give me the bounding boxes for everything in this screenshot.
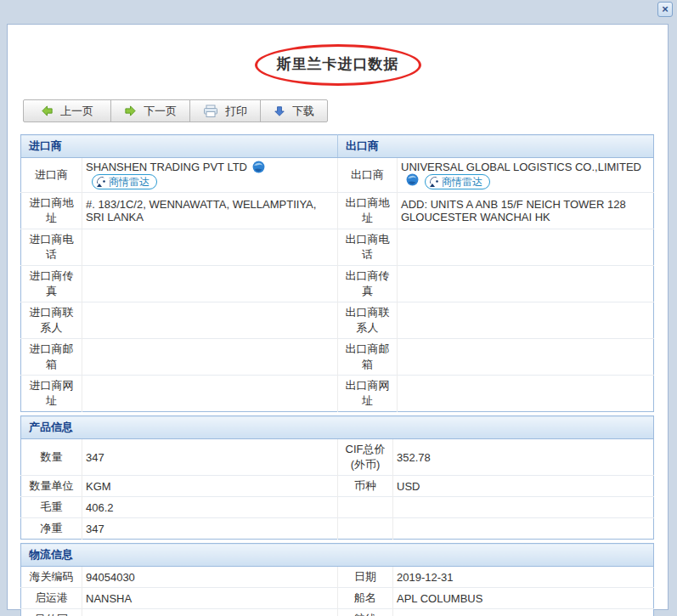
printer-icon (203, 105, 218, 118)
field-value: USD (393, 476, 654, 497)
radar-dish-icon (96, 177, 106, 187)
table-row: 进口商传真出口商传真 (21, 266, 654, 302)
field-label: 出口商传真 (338, 266, 398, 302)
field-label: 进口商 (21, 158, 82, 193)
table-row: 数量347CIF总价(外币)352.78 (21, 439, 654, 476)
globe-icon[interactable] (252, 161, 265, 173)
field-label: 数量 (21, 439, 82, 476)
field-label: 币种 (338, 476, 393, 497)
field-value: SHANSHEN TRADING PVT LTD商情雷达 (82, 158, 338, 193)
field-value (398, 229, 654, 266)
download-button[interactable]: 下载 (260, 99, 328, 122)
field-value: 406.2 (82, 497, 338, 518)
field-value (398, 339, 654, 376)
field-value (82, 376, 338, 412)
field-label: 进口商联系人 (21, 302, 82, 339)
field-label: 进口商邮箱 (21, 339, 82, 376)
field-label: 启运港 (21, 588, 82, 609)
prev-page-label: 上一页 (60, 104, 93, 119)
field-value: 352.78 (393, 439, 654, 476)
green-right-arrow-icon (124, 105, 137, 117)
next-page-label: 下一页 (144, 104, 177, 119)
field-value: 2019-12-31 (393, 567, 654, 588)
next-page-button[interactable]: 下一页 (110, 99, 190, 122)
field-value: 0IS41W1MA (393, 609, 654, 616)
field-label: 目的国 (21, 609, 82, 616)
radar-badge-label: 商情雷达 (442, 175, 482, 189)
field-label: 出口商邮箱 (338, 339, 398, 376)
dialog-titlebar: × (0, 0, 677, 24)
table-row: 进口商电话出口商电话 (21, 229, 654, 266)
field-value (82, 266, 338, 302)
field-label: 船名 (338, 588, 393, 609)
section-header: 出口商 (338, 135, 654, 158)
field-label: 进口商传真 (21, 266, 82, 302)
field-label: 航线 (338, 609, 393, 616)
field-label: 进口商网址 (21, 376, 82, 412)
field-value (398, 266, 654, 302)
toolbar: 上一页 下一页 打印 下载 (23, 99, 328, 122)
table-row: 进口商网址出口商网址 (21, 376, 654, 412)
table-row: 进口商联系人出口商联系人 (21, 302, 654, 339)
field-value: NANSHA (82, 588, 338, 609)
field-label: 海关编码 (21, 567, 82, 588)
field-value: UNIVERSAL GLOBAL LOGISTICS CO.,LIMITED商情… (398, 158, 654, 193)
field-value: #. 183/1C/2, WENNAWATTA, WELLAMPTIIYA, S… (82, 193, 338, 229)
section-product: 产品信息数量347CIF总价(外币)352.78数量单位KGM币种USD毛重40… (20, 415, 654, 540)
field-value: APL COLUMBUS (393, 588, 654, 609)
radar-badge-label: 商情雷达 (109, 175, 150, 189)
field-label: 进口商电话 (21, 229, 82, 266)
globe-icon[interactable] (406, 173, 419, 186)
print-button[interactable]: 打印 (189, 99, 261, 122)
field-value (393, 518, 654, 540)
section-header: 物流信息 (21, 544, 654, 567)
shangqing-radar-badge[interactable]: 商情雷达 (425, 174, 490, 189)
field-label: 出口商 (338, 158, 398, 193)
field-value: KGM (82, 476, 338, 497)
field-label: 净重 (21, 518, 82, 540)
shangqing-radar-badge[interactable]: 商情雷达 (92, 174, 157, 189)
table-row: 进口商邮箱出口商邮箱 (21, 339, 654, 376)
field-value (393, 497, 654, 518)
field-value: ADD: UNITS A ANB 15/F NEICH TOWER 128 GL… (398, 193, 654, 229)
field-label: 出口商联系人 (338, 302, 398, 339)
field-label: 数量单位 (21, 476, 82, 497)
page-title: 斯里兰卡进口数据 (277, 48, 399, 82)
green-left-arrow-icon (41, 105, 54, 117)
close-icon[interactable]: × (657, 2, 673, 17)
radar-dish-icon (429, 177, 439, 187)
table-row: 净重347 (21, 518, 654, 540)
field-label: 日期 (338, 567, 393, 588)
section-logistics: 物流信息海关编码94054030日期2019-12-31启运港NANSHA船名A… (20, 543, 654, 616)
field-value: SRI LANKA (82, 609, 338, 616)
table-row: 进口商SHANSHEN TRADING PVT LTD商情雷达出口商UNIVER… (21, 158, 654, 193)
field-label: 毛重 (21, 497, 82, 518)
field-value: 347 (82, 439, 338, 476)
sections: 进口商出口商进口商SHANSHEN TRADING PVT LTD商情雷达出口商… (20, 134, 654, 616)
title-area: 斯里兰卡进口数据 (8, 48, 668, 82)
field-value (398, 376, 654, 412)
field-label: 出口商网址 (338, 376, 398, 412)
print-label: 打印 (225, 104, 247, 119)
field-label: 出口商电话 (338, 229, 398, 266)
field-label: 出口商地址 (338, 193, 398, 229)
blue-down-arrow-icon (274, 105, 285, 117)
field-label (338, 518, 393, 540)
dialog-panel: 斯里兰卡进口数据 上一页 下一页 打印 下载 进口商出口商进口商SHANSHEN… (7, 24, 669, 610)
field-value (82, 339, 338, 376)
table-row: 启运港NANSHA船名APL COLUMBUS (21, 588, 654, 609)
table-row: 海关编码94054030日期2019-12-31 (21, 567, 654, 588)
field-value (398, 302, 654, 339)
field-value: 347 (82, 518, 338, 540)
field-label: CIF总价(外币) (338, 439, 393, 476)
section-header: 进口商 (21, 135, 338, 158)
field-value (82, 302, 338, 339)
table-row: 目的国SRI LANKA航线0IS41W1MA (21, 609, 654, 616)
prev-page-button[interactable]: 上一页 (23, 99, 111, 122)
field-label: 进口商地址 (21, 193, 82, 229)
download-label: 下载 (292, 104, 314, 119)
section-header: 产品信息 (21, 416, 654, 439)
field-value: 94054030 (82, 567, 338, 588)
field-label (338, 497, 393, 518)
table-row: 数量单位KGM币种USD (21, 476, 654, 497)
